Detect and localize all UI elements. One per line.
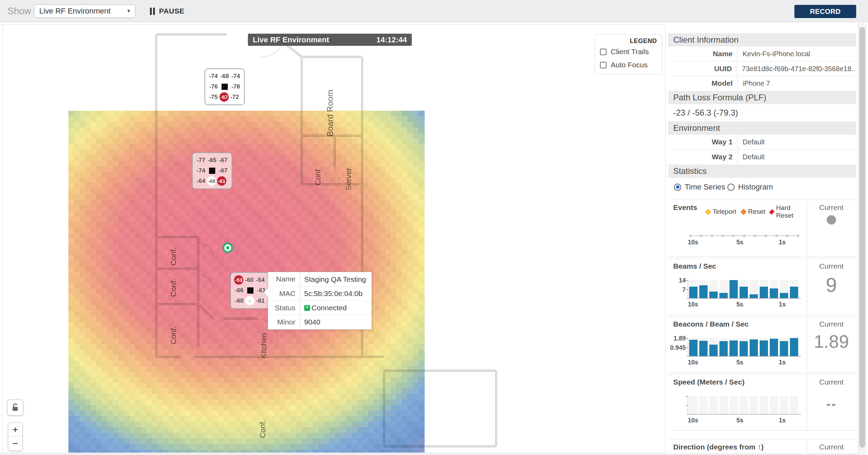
signal-cell: -72: [229, 92, 240, 102]
radio-icon: [674, 184, 681, 191]
record-session-button[interactable]: RECORD SESSION: [794, 5, 856, 18]
x-axis: [686, 356, 801, 357]
signal-cell: -61: [217, 176, 226, 186]
bar: [740, 287, 748, 298]
event-legend-item: Reset: [741, 208, 766, 216]
timeline-dot: [732, 235, 735, 237]
signal-strength-table: -53-60-54-66-61-60--61: [230, 272, 270, 309]
legend-panel: LEGEND Client Trails Auto Focus: [595, 34, 662, 75]
bar: [689, 287, 698, 298]
bar-slot: [770, 396, 778, 414]
environment-row-label: Way 2: [668, 150, 738, 164]
bar: [729, 340, 738, 356]
tick-stub: [686, 347, 688, 348]
radio-icon: [727, 184, 735, 191]
marker-dot: [226, 246, 229, 250]
signal-cell: -61: [255, 296, 266, 306]
bar: [760, 340, 768, 356]
signal-cell: -54: [255, 275, 266, 285]
x-axis-tick: 5s: [736, 359, 743, 366]
bar: [770, 288, 778, 298]
signal-cell: -68: [219, 71, 230, 81]
timeline-dot: [775, 235, 778, 237]
x-axis-tick: 10s: [688, 239, 698, 246]
statistics-header: Statistics: [668, 165, 856, 178]
client-info-row-value: Kevin-Fs-iPhone.local: [738, 47, 810, 61]
radio-time-series[interactable]: Time Series: [674, 183, 725, 192]
tick-stub: [686, 405, 688, 406]
client-tooltip: NameStaging QA TestingMAC5c:5b:35:0e:04:…: [268, 272, 372, 330]
tick-stub: [686, 289, 688, 290]
bottom-edge: [0, 453, 858, 455]
timeline-dot: [786, 235, 788, 237]
stat-title: Beams / Sec: [673, 262, 716, 270]
client-trails-checkbox[interactable]: Client Trails: [600, 48, 649, 56]
signal-cell: -67: [219, 92, 229, 102]
client-info-row: ModeliPhone 7: [668, 76, 856, 90]
signal-cell: -75: [208, 92, 219, 102]
bar-slot: [780, 396, 788, 414]
client-info-row: NameKevin-Fs-iPhone.local: [668, 47, 856, 61]
y-tick: 14: [669, 277, 686, 284]
diamond-icon: [705, 209, 711, 215]
beacon-square-icon: [247, 287, 253, 294]
view-mode-dropdown[interactable]: Live RF Environment ▼: [34, 5, 135, 18]
bar: [709, 345, 718, 356]
direction-title: Direction (degrees from ↑): [673, 443, 763, 451]
y-tick: 7: [669, 286, 686, 294]
x-axis-tick: 5s: [736, 301, 743, 308]
checkbox-icon: [600, 49, 607, 55]
client-location-marker[interactable]: [223, 243, 233, 253]
signal-cell: -64: [196, 176, 206, 186]
tick-stub: [686, 280, 688, 281]
events-panel: Events TeleportResetHard Reset 10s5s1s C…: [668, 200, 856, 257]
signal-cell: [245, 286, 256, 295]
bar-slot: [699, 396, 708, 414]
timeline-dot: [700, 235, 702, 237]
event-legend-label: Teleport: [713, 208, 736, 216]
x-axis-tick: 1s: [779, 417, 786, 424]
beacon-square-icon: [209, 168, 215, 174]
map-title: Live RF Environment: [253, 34, 329, 46]
tick-stub: [686, 396, 688, 397]
signal-cell: -66: [234, 286, 244, 295]
zoom-in-button[interactable]: +: [8, 423, 22, 437]
timeline-dot: [765, 235, 767, 237]
x-axis-tick: 10s: [688, 417, 698, 424]
pause-button[interactable]: PAUSE: [150, 6, 184, 16]
x-axis-tick: 1s: [779, 359, 786, 366]
plf-value: -23 / -56.3 (-79.3): [668, 104, 856, 121]
bar-slot: [750, 396, 758, 414]
x-axis: [686, 298, 801, 299]
x-axis-tick: 1s: [779, 239, 786, 246]
beacon-square-icon: [222, 84, 228, 90]
signal-cell: -67: [218, 155, 228, 165]
bar: [740, 341, 748, 356]
bar-slot: [760, 396, 768, 414]
auto-focus-checkbox[interactable]: Auto Focus: [600, 61, 648, 69]
floorplan-map[interactable]: Board RoomConfServerConf.Conf.Conf.Kitch…: [2, 24, 666, 453]
scrollbar-thumb[interactable]: [859, 27, 865, 448]
unlock-icon: [11, 403, 20, 412]
events-chart: Events TeleportResetHard Reset 10s5s1s: [668, 200, 807, 256]
map-title-bar: Live RF Environment 14:12:44: [248, 34, 412, 46]
bar: [729, 280, 738, 298]
timeline-dot: [743, 235, 745, 237]
signal-cell: -74: [231, 71, 241, 81]
checkbox-icon: [600, 62, 607, 68]
signal-cell: -74: [208, 71, 219, 81]
client-information-header: Client Information: [668, 33, 856, 47]
x-axis-tick: 5s: [736, 239, 743, 246]
client-info-row-label: Name: [668, 47, 738, 61]
bar: [719, 341, 728, 356]
bar-slot: [719, 396, 728, 414]
current-label: Current: [807, 262, 856, 270]
radio-histogram[interactable]: Histogram: [727, 183, 773, 192]
lock-map-button[interactable]: [7, 399, 23, 415]
stat-panel-beacons-beam-sec: Beacons / Beam / Sec1.890.94510s5s1sCurr…: [668, 316, 856, 373]
bar: [689, 340, 698, 356]
bar: [750, 339, 758, 356]
tooltip-label: Name: [268, 272, 300, 286]
zoom-out-button[interactable]: −: [8, 437, 22, 450]
bar-slot: [740, 396, 748, 414]
